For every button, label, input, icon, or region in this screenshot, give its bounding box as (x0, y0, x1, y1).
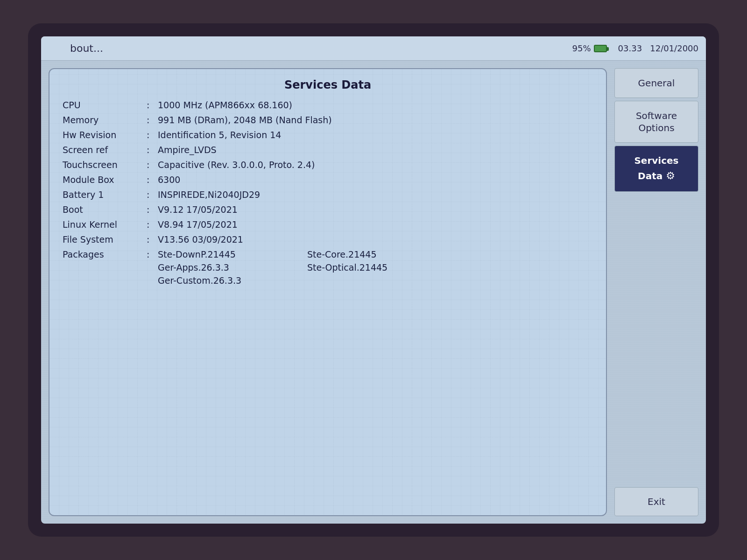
package-item: Ste-Optical.21445 (307, 262, 388, 273)
topbar: bout... 95% 03.33 12/01/2000 (41, 36, 706, 61)
list-item: Ste-DownP.21445 Ste-Core.21445 (158, 249, 593, 259)
package-item: Ger-Custom.26.3.3 (158, 275, 307, 286)
row-label-touchscreen: Touchscreen (63, 160, 147, 170)
app-logo (49, 40, 65, 57)
sidebar-btn-exit[interactable]: Exit (614, 487, 698, 516)
row-label-linuxkernel: Linux Kernel (63, 219, 147, 230)
gear-icon: ⚙ (666, 169, 675, 183)
row-value-filesystem: V13.56 03/09/2021 (158, 234, 593, 245)
table-row: File System : V13.56 03/09/2021 (63, 234, 593, 245)
row-value-screenref: Ampire_LVDS (158, 145, 593, 155)
table-row: Hw Revision : Identification 5, Revision… (63, 130, 593, 140)
row-label-filesystem: File System (63, 234, 147, 245)
table-row: Touchscreen : Capacitive (Rev. 3.0.0.0, … (63, 160, 593, 170)
row-label-boot: Boot (63, 204, 147, 215)
content-panel: Services Data CPU : 1000 MHz (APM866xx 6… (49, 68, 607, 516)
row-value-linuxkernel: V8.94 17/05/2021 (158, 219, 593, 230)
panel-title: Services Data (63, 78, 593, 91)
packages-values: Ste-DownP.21445 Ste-Core.21445 Ger-Apps.… (158, 249, 593, 288)
row-value-hwrev: Identification 5, Revision 14 (158, 130, 593, 140)
sidebar-btn-software[interactable]: Software Options (614, 101, 698, 143)
row-label-hwrev: Hw Revision (63, 130, 147, 140)
table-row: Linux Kernel : V8.94 17/05/2021 (63, 219, 593, 230)
main-area: Services Data CPU : 1000 MHz (APM866xx 6… (41, 61, 706, 524)
battery-indicator: 95% (572, 43, 607, 53)
app-title: bout... (70, 42, 572, 54)
package-item: Ste-DownP.21445 (158, 249, 307, 259)
row-label-screenref: Screen ref (63, 145, 147, 155)
screen: bout... 95% 03.33 12/01/2000 Services Da… (41, 36, 706, 524)
sidebar: General Software Options ServicesData ⚙ … (614, 68, 698, 516)
table-row: Packages : Ste-DownP.21445 Ste-Core.2144… (63, 249, 593, 288)
row-label-battery1: Battery 1 (63, 189, 147, 200)
package-item: Ste-Core.21445 (307, 249, 377, 259)
table-row: Battery 1 : INSPIREDE,Ni2040JD29 (63, 189, 593, 200)
row-value-boot: V9.12 17/05/2021 (158, 204, 593, 215)
row-value-cpu: 1000 MHz (APM866xx 68.160) (158, 100, 593, 110)
table-row: CPU : 1000 MHz (APM866xx 68.160) (63, 100, 593, 110)
row-label-modulebox: Module Box (63, 175, 147, 185)
row-label-packages: Packages (63, 249, 147, 288)
table-row: Boot : V9.12 17/05/2021 (63, 204, 593, 215)
row-value-touchscreen: Capacitive (Rev. 3.0.0.0, Proto. 2.4) (158, 160, 593, 170)
row-value-memory: 991 MB (DRam), 2048 MB (Nand Flash) (158, 115, 593, 125)
battery-icon (594, 45, 607, 52)
row-label-memory: Memory (63, 115, 147, 125)
device-frame: bout... 95% 03.33 12/01/2000 Services Da… (28, 23, 719, 537)
row-label-cpu: CPU (63, 100, 147, 110)
list-item: Ger-Apps.26.3.3 Ste-Optical.21445 (158, 262, 593, 273)
row-value-battery1: INSPIREDE,Ni2040JD29 (158, 189, 593, 200)
table-row: Screen ref : Ampire_LVDS (63, 145, 593, 155)
package-item: Ger-Apps.26.3.3 (158, 262, 307, 273)
sidebar-btn-general[interactable]: General (614, 68, 698, 98)
table-row: Module Box : 6300 (63, 175, 593, 185)
battery-percent: 95% (572, 43, 591, 53)
sidebar-spacer (614, 195, 698, 487)
sidebar-btn-services[interactable]: ServicesData ⚙ (614, 146, 698, 192)
list-item: Ger-Custom.26.3.3 (158, 275, 593, 286)
row-value-modulebox: 6300 (158, 175, 593, 185)
table-row: Memory : 991 MB (DRam), 2048 MB (Nand Fl… (63, 115, 593, 125)
clock-display: 03.33 12/01/2000 (618, 43, 698, 53)
